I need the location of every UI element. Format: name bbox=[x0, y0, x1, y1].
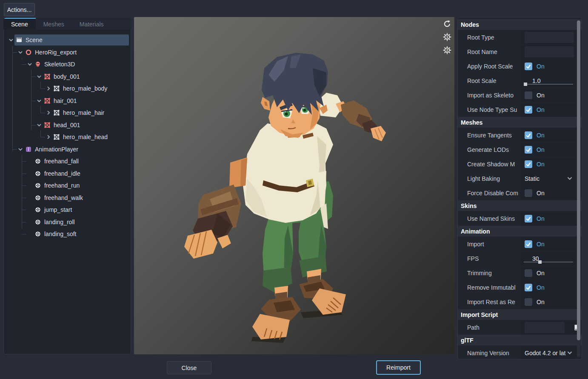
actions-button[interactable]: Actions... bbox=[4, 3, 35, 16]
chevron-down-icon[interactable] bbox=[35, 122, 43, 128]
use-named-skins-checkbox[interactable] bbox=[525, 215, 532, 222]
chevron-spacer bbox=[26, 219, 33, 225]
chevron-down-icon[interactable] bbox=[35, 97, 43, 104]
force-disable-checkbox[interactable] bbox=[525, 189, 532, 197]
chevron-spacer bbox=[26, 206, 33, 213]
checkbox-value-label: On bbox=[537, 63, 545, 70]
scene-tree-panel: Scene HeroRig_export Skeleton3D body_001… bbox=[3, 30, 131, 354]
chevron-right-icon[interactable] bbox=[45, 85, 52, 92]
tree-item-jump-start[interactable]: jump_start bbox=[4, 204, 131, 216]
mesh-icon bbox=[44, 122, 51, 128]
tree-item-label: landing_roll bbox=[44, 219, 75, 225]
section-header-animation: Animation bbox=[458, 226, 582, 237]
chevron-spacer bbox=[26, 170, 33, 177]
chevron-right-icon[interactable] bbox=[45, 134, 52, 140]
tree-item-head-001[interactable]: head_001 bbox=[4, 119, 131, 131]
section-header-import-script: Import Script bbox=[458, 309, 582, 320]
chevron-down-icon[interactable] bbox=[17, 146, 24, 153]
light-baking-dropdown[interactable]: Static bbox=[525, 175, 577, 183]
import-settings-inspector: Nodes Root Type Root Name Apply Root Sca… bbox=[457, 17, 582, 359]
tab-scene[interactable]: Scene bbox=[3, 18, 36, 30]
tree-item-label: HeroRig_export bbox=[35, 49, 77, 56]
chevron-down-icon[interactable] bbox=[7, 37, 14, 43]
preview-light-1-icon[interactable]: 1 bbox=[442, 32, 452, 42]
trimming-checkbox[interactable] bbox=[525, 269, 532, 277]
tree-item-freehand-idle[interactable]: freehand_idle bbox=[4, 168, 131, 180]
animation-import-checkbox[interactable] bbox=[525, 240, 532, 248]
tree-item-label: hair_001 bbox=[54, 97, 77, 104]
property-generate-lods: Generate LODs On bbox=[458, 142, 582, 157]
generate-lods-checkbox[interactable] bbox=[525, 146, 532, 154]
tree-item-label: hero_male_body bbox=[63, 85, 107, 92]
tree-item-landing-soft[interactable]: landing_soft bbox=[4, 228, 131, 240]
checkbox-value-label: On bbox=[537, 92, 545, 99]
root-scale-slider[interactable] bbox=[524, 84, 573, 85]
animation-icon bbox=[34, 219, 41, 225]
tree-item-hero-male-hair[interactable]: hero_male_hair bbox=[4, 107, 131, 119]
create-shadow-checkbox[interactable] bbox=[525, 160, 532, 168]
chevron-down-icon[interactable] bbox=[26, 61, 33, 68]
chevron-down-icon[interactable] bbox=[17, 49, 24, 56]
import-as-skeleton-checkbox[interactable] bbox=[525, 91, 532, 99]
tab-bar: Scene Meshes Materials bbox=[3, 18, 131, 30]
tree-item-label: Skeleton3D bbox=[44, 61, 75, 68]
tree-item-freehand-run[interactable]: freehand_run bbox=[4, 180, 131, 192]
fps-slider[interactable] bbox=[524, 262, 573, 262]
reimport-button[interactable]: Reimport bbox=[376, 360, 421, 375]
tree-item-skeleton3d[interactable]: Skeleton3D bbox=[4, 58, 131, 71]
property-root-name: Root Name bbox=[458, 45, 582, 59]
orbit-reset-icon[interactable] bbox=[442, 19, 452, 28]
path-input[interactable] bbox=[525, 322, 565, 333]
tree-item-animationplayer[interactable]: AnimationPlayer bbox=[4, 143, 131, 156]
tree-item-hero-male-head[interactable]: hero_male_head bbox=[4, 131, 131, 143]
checkbox-value-label: On bbox=[537, 299, 545, 305]
checkbox-value-label: On bbox=[537, 241, 545, 248]
tab-meshes[interactable]: Meshes bbox=[36, 18, 72, 30]
property-label: Light Baking bbox=[458, 171, 520, 186]
property-naming-version: Naming Version Godot 4.2 or lat bbox=[458, 346, 582, 359]
apply-root-scale-checkbox[interactable] bbox=[525, 63, 532, 70]
inspector-scrollbar-thumb[interactable] bbox=[577, 20, 580, 340]
chevron-down-icon[interactable] bbox=[35, 73, 43, 80]
property-label: Root Type bbox=[458, 30, 520, 45]
import-rest-checkbox[interactable] bbox=[525, 298, 532, 306]
fps-value: 30 bbox=[532, 255, 539, 262]
root-name-input[interactable] bbox=[525, 46, 574, 57]
tree-item-scene[interactable]: Scene bbox=[4, 34, 131, 46]
close-button[interactable]: Close bbox=[167, 361, 211, 374]
property-remove-immutable-tracks: Remove Immutabl On bbox=[458, 280, 582, 295]
tab-materials[interactable]: Materials bbox=[72, 18, 111, 30]
remove-immutable-checkbox[interactable] bbox=[525, 284, 532, 291]
root-scale-slider-handle[interactable] bbox=[524, 83, 527, 86]
tree-item-freehand-walk[interactable]: freehand_walk bbox=[4, 192, 131, 204]
tree-item-freehand-fall[interactable]: freehand_fall bbox=[4, 155, 131, 168]
property-animation-import: Import On bbox=[458, 237, 582, 251]
tree-item-label: jump_start bbox=[44, 206, 72, 213]
fps-slider-handle[interactable] bbox=[538, 260, 542, 264]
tree-item-body-001[interactable]: body_001 bbox=[4, 71, 131, 83]
model-preview-viewport[interactable]: 1 2 bbox=[134, 17, 454, 354]
chevron-spacer bbox=[26, 194, 33, 201]
checkbox-value-label: On bbox=[537, 106, 545, 113]
naming-version-dropdown[interactable]: Godot 4.2 or lat bbox=[525, 349, 577, 357]
tree-item-landing-roll[interactable]: landing_roll bbox=[4, 216, 131, 228]
checkbox-value-label: On bbox=[537, 132, 545, 139]
tree-item-hair-001[interactable]: hair_001 bbox=[4, 95, 131, 107]
inspector-scrollbar[interactable] bbox=[577, 20, 580, 357]
property-force-disable-compression: Force Disable Com On bbox=[458, 186, 582, 200]
property-label: Import Rest as Re bbox=[458, 295, 520, 309]
chevron-right-icon[interactable] bbox=[45, 109, 52, 116]
use-node-type-checkbox[interactable] bbox=[525, 106, 532, 114]
tree-item-herorig-export[interactable]: HeroRig_export bbox=[4, 46, 131, 59]
mesh-icon bbox=[44, 73, 51, 80]
node3d-icon bbox=[25, 49, 32, 56]
property-label: Use Node Type Su bbox=[458, 103, 520, 117]
checkbox-value-label: On bbox=[537, 146, 545, 153]
property-label: Create Shadow M bbox=[458, 157, 520, 171]
tree-item-label: AnimationPlayer bbox=[35, 146, 78, 153]
ensure-tangents-checkbox[interactable] bbox=[525, 131, 532, 139]
root-type-input[interactable] bbox=[525, 32, 574, 43]
tree-item-hero-male-body[interactable]: hero_male_body bbox=[4, 83, 131, 95]
property-root-type: Root Type bbox=[458, 30, 582, 45]
preview-light-2-icon[interactable]: 2 bbox=[442, 46, 452, 55]
